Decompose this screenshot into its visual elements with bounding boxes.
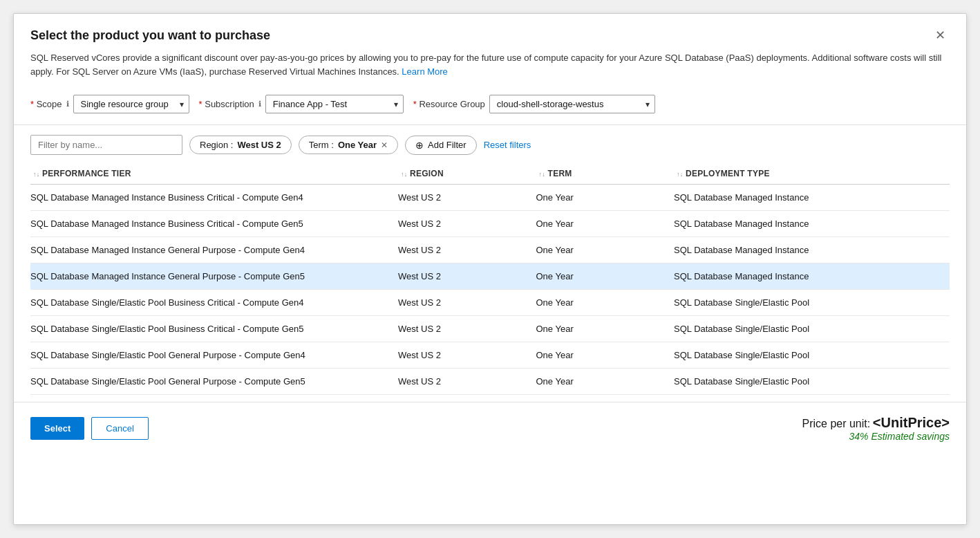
- dialog-header: Select the product you want to purchase …: [14, 14, 966, 51]
- price-value: <UnitPrice>: [873, 415, 950, 430]
- cell-term: One Year: [536, 237, 675, 263]
- region-chip-label: Region :: [200, 140, 233, 150]
- filter-row: Region : West US 2 Term : One Year ✕ ⊕ A…: [14, 125, 966, 163]
- subscription-required-asterisk: * Subscription: [199, 99, 254, 109]
- cell-region: West US 2: [398, 185, 536, 211]
- table-row[interactable]: SQL Database Single/Elastic Pool General…: [30, 369, 950, 395]
- sort-icon: ↑↓: [401, 172, 407, 176]
- cell-term: One Year: [536, 290, 675, 316]
- col-deployment-type[interactable]: ↑↓ DEPLOYMENT TYPE: [674, 163, 950, 185]
- table-row[interactable]: SQL Database Single/Elastic Pool Busines…: [30, 290, 950, 316]
- sort-icon: ↑↓: [677, 172, 683, 176]
- cell-term: One Year: [536, 316, 675, 342]
- table-row[interactable]: SQL Database Managed Instance General Pu…: [30, 237, 950, 263]
- add-filter-label: Add Filter: [428, 140, 467, 150]
- purchase-dialog: Select the product you want to purchase …: [13, 13, 967, 525]
- close-button[interactable]: ✕: [931, 26, 950, 44]
- cell-region: West US 2: [398, 316, 536, 342]
- term-filter-chip[interactable]: Term : One Year ✕: [299, 136, 398, 154]
- cell-deployment-type: SQL Database Managed Instance: [674, 185, 950, 211]
- cell-region: West US 2: [398, 342, 536, 369]
- resource-group-select[interactable]: cloud-shell-storage-westus: [489, 95, 655, 113]
- cell-performance-tier: SQL Database Managed Instance Business C…: [30, 211, 398, 237]
- scope-group: * Scope ℹ Single resource group: [30, 95, 189, 113]
- scope-required-asterisk: * Scope: [30, 99, 62, 109]
- table-row[interactable]: SQL Database Managed Instance Business C…: [30, 185, 950, 211]
- subscription-select[interactable]: Finance App - Test: [265, 95, 404, 113]
- table-row[interactable]: SQL Database Managed Instance Business C…: [30, 211, 950, 237]
- subscription-select-wrapper: Finance App - Test: [265, 95, 404, 113]
- footer-pricing: Price per unit: <UnitPrice> 34% Estimate…: [802, 415, 950, 442]
- select-button[interactable]: Select: [30, 417, 84, 440]
- cell-performance-tier: SQL Database Managed Instance General Pu…: [30, 263, 398, 290]
- cell-deployment-type: SQL Database Single/Elastic Pool: [674, 290, 950, 316]
- add-filter-icon: ⊕: [415, 140, 424, 151]
- scope-select-wrapper: Single resource group: [73, 95, 189, 113]
- price-per-unit-label: Price per unit:: [802, 418, 870, 429]
- table-body: SQL Database Managed Instance Business C…: [30, 185, 950, 395]
- cell-region: West US 2: [398, 290, 536, 316]
- cell-deployment-type: SQL Database Single/Elastic Pool: [674, 342, 950, 369]
- cell-performance-tier: SQL Database Single/Elastic Pool General…: [30, 342, 398, 369]
- cell-performance-tier: SQL Database Single/Elastic Pool Busines…: [30, 290, 398, 316]
- cell-deployment-type: SQL Database Single/Elastic Pool: [674, 369, 950, 395]
- resource-group-group: * Resource Group cloud-shell-storage-wes…: [413, 95, 655, 113]
- description-text: SQL Reserved vCores provide a significan…: [30, 53, 941, 77]
- dialog-description: SQL Reserved vCores provide a significan…: [14, 51, 966, 88]
- price-per-unit-row: Price per unit: <UnitPrice>: [802, 415, 950, 431]
- cancel-button[interactable]: Cancel: [91, 417, 148, 440]
- table-row[interactable]: SQL Database Single/Elastic Pool Busines…: [30, 316, 950, 342]
- subscription-group: * Subscription ℹ Finance App - Test: [199, 95, 404, 113]
- product-table: ↑↓ PERFORMANCE TIER ↑↓ REGION ↑↓ TERM ↑↓…: [30, 163, 950, 395]
- cell-term: One Year: [536, 211, 675, 237]
- cell-performance-tier: SQL Database Single/Elastic Pool General…: [30, 369, 398, 395]
- region-chip-value: West US 2: [237, 140, 281, 150]
- cell-deployment-type: SQL Database Managed Instance: [674, 237, 950, 263]
- cell-term: One Year: [536, 342, 675, 369]
- dialog-footer: Select Cancel Price per unit: <UnitPrice…: [14, 402, 966, 454]
- cell-deployment-type: SQL Database Single/Elastic Pool: [674, 316, 950, 342]
- cell-term: One Year: [536, 369, 675, 395]
- region-filter-chip[interactable]: Region : West US 2: [189, 136, 292, 154]
- cell-region: West US 2: [398, 237, 536, 263]
- filter-name-input[interactable]: [30, 135, 182, 155]
- cell-performance-tier: SQL Database Managed Instance Business C…: [30, 185, 398, 211]
- reset-filters-button[interactable]: Reset filters: [484, 140, 531, 150]
- col-term[interactable]: ↑↓ TERM: [536, 163, 675, 185]
- term-chip-close-icon[interactable]: ✕: [381, 140, 388, 150]
- rg-select-wrapper: cloud-shell-storage-westus: [489, 95, 655, 113]
- rg-required-asterisk: * Resource Group: [413, 99, 485, 109]
- cell-term: One Year: [536, 263, 675, 290]
- cell-performance-tier: SQL Database Managed Instance General Pu…: [30, 237, 398, 263]
- cell-term: One Year: [536, 185, 675, 211]
- learn-more-link[interactable]: Learn More: [402, 66, 447, 77]
- cell-performance-tier: SQL Database Single/Elastic Pool Busines…: [30, 316, 398, 342]
- table-row[interactable]: SQL Database Single/Elastic Pool General…: [30, 342, 950, 369]
- savings-text: 34% Estimated savings: [802, 431, 950, 442]
- sort-icon: ↑↓: [539, 172, 545, 176]
- col-region[interactable]: ↑↓ REGION: [398, 163, 536, 185]
- cell-deployment-type: SQL Database Managed Instance: [674, 211, 950, 237]
- term-chip-label: Term :: [309, 140, 334, 150]
- table-header: ↑↓ PERFORMANCE TIER ↑↓ REGION ↑↓ TERM ↑↓…: [30, 163, 950, 185]
- sort-icon: ↑↓: [33, 172, 39, 176]
- cell-region: West US 2: [398, 211, 536, 237]
- form-row: * Scope ℹ Single resource group * Subscr…: [14, 88, 966, 125]
- cell-deployment-type: SQL Database Managed Instance: [674, 263, 950, 290]
- scope-info-icon[interactable]: ℹ: [66, 100, 69, 109]
- subscription-info-icon[interactable]: ℹ: [258, 100, 261, 109]
- scope-select[interactable]: Single resource group: [73, 95, 189, 113]
- col-performance-tier[interactable]: ↑↓ PERFORMANCE TIER: [30, 163, 398, 185]
- cell-region: West US 2: [398, 369, 536, 395]
- dialog-title: Select the product you want to purchase: [30, 28, 270, 43]
- table-row[interactable]: SQL Database Managed Instance General Pu…: [30, 263, 950, 290]
- add-filter-button[interactable]: ⊕ Add Filter: [405, 136, 477, 155]
- cell-region: West US 2: [398, 263, 536, 290]
- term-chip-value: One Year: [338, 140, 377, 150]
- product-table-container: ↑↓ PERFORMANCE TIER ↑↓ REGION ↑↓ TERM ↑↓…: [14, 163, 966, 395]
- footer-actions: Select Cancel: [30, 417, 149, 440]
